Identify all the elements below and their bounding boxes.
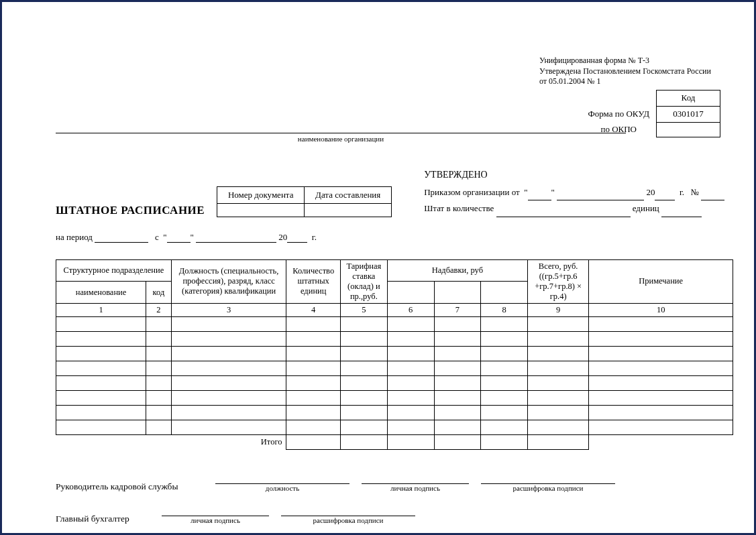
form-header: Унифицированная форма № Т-3 Утверждена П…	[539, 56, 720, 137]
cap-decode-2: расшифровка подписи	[281, 516, 415, 524]
staff-count	[496, 208, 631, 217]
staff-text-2: единиц	[633, 203, 659, 213]
coln-2: 2	[146, 303, 172, 316]
order-year	[655, 191, 675, 200]
period-day	[167, 233, 191, 243]
th-total: Всего, руб. ((гр.5+гр.6 +гр.7+гр.8) × гр…	[528, 259, 589, 303]
doc-date-label: Дата составления	[305, 186, 392, 203]
th-al1	[387, 282, 434, 304]
staff-text-1: Штат в количестве	[424, 203, 494, 213]
table-row	[56, 346, 733, 361]
order-month	[557, 191, 644, 200]
period-from: с	[155, 232, 159, 242]
th-units: Количество штатных единиц	[286, 259, 341, 303]
code-header: Код	[657, 90, 720, 106]
approve-title-text: УТВЕРЖДЕНО	[424, 170, 488, 180]
doc-num-label: Номер документа	[217, 186, 305, 203]
approve-title: УТВЕРЖДЕНО	[424, 166, 724, 184]
acc-decode-field	[281, 506, 415, 516]
th-struct: Структурное подразделение	[56, 259, 172, 282]
form-page: Унифицированная форма № Т-3 Утверждена П…	[0, 0, 756, 535]
th-al2	[434, 282, 481, 304]
cap-sign-2: личная подпись	[162, 516, 269, 524]
signatures: Руководитель кадровой службы должность л…	[56, 473, 731, 524]
okpo-label: по ОКПО	[582, 122, 657, 137]
q2: "	[551, 187, 555, 197]
period-year	[287, 233, 307, 243]
th-position: Должность (специальность, профессия), ра…	[171, 259, 286, 303]
coln-9: 9	[528, 303, 589, 316]
th-al3	[481, 282, 528, 304]
coln-10: 10	[589, 303, 733, 316]
staffing-table: Структурное подразделение Должность (спе…	[56, 259, 733, 450]
coln-6: 6	[387, 303, 434, 316]
form-line-3: от 05.01.2004 № 1	[539, 76, 720, 87]
table-row	[56, 420, 733, 434]
coln-5: 5	[340, 303, 387, 316]
chief-acc-label: Главный бухгалтер	[56, 514, 150, 524]
period-row: на период с "" 20 г.	[56, 232, 731, 243]
docnum-table: Номер документа Дата составления	[217, 186, 392, 217]
pyr-pre: 20	[278, 232, 287, 242]
form-line-1: Унифицированная форма № Т-3	[539, 56, 720, 66]
doc-title: ШТАТНОЕ РАСПИСАНИЕ	[56, 204, 205, 217]
doc-date-value	[305, 203, 392, 217]
hr-sign-field	[362, 473, 469, 484]
staff-count-line: Штат в количестве единиц	[424, 200, 724, 217]
yr-suf: г.	[680, 187, 684, 197]
approve-order-line: Приказом организации от "" 20 г. №	[424, 184, 724, 201]
coln-1: 1	[56, 303, 146, 316]
num-sign: №	[691, 187, 699, 197]
yr-pre: 20	[646, 187, 655, 197]
period-label: на период	[56, 232, 93, 242]
table-row	[56, 405, 733, 420]
okpo-value	[657, 122, 720, 137]
itogo-label: Итого	[171, 434, 286, 449]
staff-tail	[661, 208, 702, 217]
cap-sign-1: личная подпись	[362, 484, 469, 492]
table-row	[56, 375, 733, 390]
pq2: "	[191, 232, 194, 242]
order-text: Приказом организации от	[424, 187, 520, 197]
cap-position: должность	[215, 484, 349, 492]
okud-value: 0301017	[657, 106, 720, 122]
order-day	[528, 191, 551, 200]
hr-decode-field	[481, 473, 615, 484]
period-field	[95, 233, 148, 243]
itogo-row: Итого	[56, 434, 733, 449]
coln-7: 7	[434, 303, 481, 316]
okud-label: Форма по ОКУД	[582, 106, 657, 122]
order-num	[701, 191, 724, 200]
th-tariff: Тарифная ставка (оклад) и пр.,руб.	[340, 259, 387, 303]
cap-decode-1: расшифровка подписи	[481, 484, 615, 492]
period-month	[196, 233, 276, 243]
th-code: код	[146, 282, 172, 304]
coln-8: 8	[481, 303, 528, 316]
form-line-2: Утверждена Постановлением Госкомстата Ро…	[539, 66, 720, 77]
th-allowance: Надбавки, руб	[387, 259, 527, 282]
th-note: Примечание	[589, 259, 733, 303]
table-row	[56, 331, 733, 346]
doc-num-value	[217, 203, 305, 217]
th-name: наименование	[56, 282, 146, 304]
approve-block: УТВЕРЖДЕНО Приказом организации от "" 20…	[424, 166, 724, 217]
coln-4: 4	[286, 303, 341, 316]
table-row	[56, 361, 733, 375]
table-row	[56, 390, 733, 405]
acc-sign-field	[162, 506, 269, 516]
coln-3: 3	[171, 303, 286, 316]
pyr-suf: г.	[312, 232, 317, 242]
hr-position-field	[215, 473, 349, 484]
code-table: Код Форма по ОКУД 0301017 по ОКПО	[582, 90, 721, 138]
hr-head-label: Руководитель кадровой службы	[56, 481, 203, 492]
table-row	[56, 316, 733, 331]
